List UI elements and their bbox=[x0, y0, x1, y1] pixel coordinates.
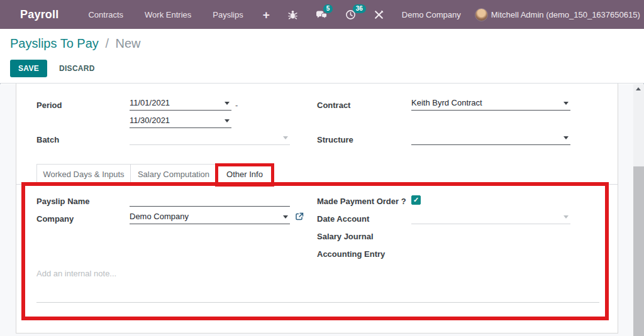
date-account-label: Date Account bbox=[317, 214, 369, 224]
period-label: Period bbox=[36, 100, 62, 110]
payslip-name-input[interactable] bbox=[130, 193, 290, 207]
action-buttons: SAVE DISCARD bbox=[10, 60, 95, 77]
tab-other-info[interactable]: Other Info bbox=[217, 164, 273, 184]
messages-button[interactable]: 5 bbox=[316, 9, 328, 20]
accounting-entry-label: Accounting Entry bbox=[317, 249, 385, 259]
odoo-payroll-window: { "topbar": { "app_name": "Payroll", "me… bbox=[0, 0, 644, 336]
payslip-name-label: Payslip Name bbox=[36, 197, 90, 206]
user-avatar bbox=[475, 8, 488, 21]
discard-button[interactable]: DISCARD bbox=[59, 64, 95, 73]
app-name[interactable]: Payroll bbox=[20, 8, 58, 21]
menu-contracts[interactable]: Contracts bbox=[88, 10, 123, 19]
batch-field-wrap bbox=[130, 131, 290, 145]
made-payment-order-label: Made Payment Order ? bbox=[317, 197, 406, 206]
salary-journal-label: Salary Journal bbox=[317, 232, 374, 241]
contract-field-wrap bbox=[411, 97, 570, 111]
save-button[interactable]: SAVE bbox=[10, 60, 47, 77]
scroll-up-arrow-icon[interactable] bbox=[636, 87, 641, 90]
menu-payslips[interactable]: Payslips bbox=[213, 10, 243, 19]
date-account-input[interactable] bbox=[411, 210, 570, 224]
tab-salary-computation[interactable]: Salary Computation bbox=[131, 164, 217, 184]
debug-button[interactable] bbox=[287, 9, 298, 20]
breadcrumb-separator: / bbox=[105, 36, 109, 50]
company-external-link-button[interactable] bbox=[295, 212, 304, 221]
period-to-field-wrap bbox=[130, 114, 231, 128]
internal-note-input[interactable] bbox=[36, 264, 599, 303]
company-input[interactable] bbox=[130, 210, 290, 224]
user-name: Mitchell Admin (demo_150_1637650615) bbox=[491, 10, 640, 19]
batch-input[interactable] bbox=[130, 131, 290, 145]
messages-badge: 5 bbox=[323, 4, 333, 13]
scrollbar-thumb[interactable] bbox=[633, 166, 644, 336]
top-navbar: Payroll Contracts Work Entries Payslips … bbox=[0, 0, 644, 29]
period-from-input[interactable] bbox=[130, 97, 231, 111]
crossed-tools-icon bbox=[374, 9, 384, 20]
form-view: Period - Batch Contract Structure Worke bbox=[0, 84, 644, 336]
tab-worked-days-inputs[interactable]: Worked Days & Inputs bbox=[36, 164, 131, 184]
breadcrumb: Payslips To Pay / New bbox=[10, 36, 141, 51]
company-label: Company bbox=[36, 214, 74, 224]
plus-icon: + bbox=[263, 9, 270, 21]
external-link-icon bbox=[295, 212, 304, 221]
bug-icon bbox=[287, 9, 298, 20]
period-from-field-wrap bbox=[130, 97, 231, 111]
notebook-tabs: Worked Days & Inputs Salary Computation … bbox=[36, 164, 273, 184]
date-account-field-wrap bbox=[411, 210, 570, 224]
developer-tools-button[interactable] bbox=[374, 9, 384, 20]
vertical-scrollbar[interactable] bbox=[633, 84, 644, 336]
made-payment-order-checkbox[interactable] bbox=[411, 195, 421, 205]
structure-input[interactable] bbox=[411, 131, 570, 145]
payslip-name-field-wrap bbox=[130, 193, 290, 207]
activities-button[interactable]: 36 bbox=[345, 9, 356, 20]
breadcrumb-current: New bbox=[116, 36, 141, 50]
form-sheet: Period - Batch Contract Structure Worke bbox=[16, 84, 618, 333]
company-field-wrap bbox=[130, 210, 290, 224]
company-switcher[interactable]: Demo Company bbox=[402, 10, 461, 19]
navbar-systray: + 5 36 bbox=[254, 8, 640, 21]
contract-label: Contract bbox=[317, 100, 350, 110]
notebook-divider bbox=[16, 184, 618, 185]
activities-badge: 36 bbox=[353, 4, 366, 13]
structure-label: Structure bbox=[317, 135, 353, 144]
structure-field-wrap bbox=[411, 131, 570, 145]
quick-create-button[interactable]: + bbox=[263, 9, 270, 21]
apps-grid-icon[interactable] bbox=[9, 9, 11, 20]
contract-input[interactable] bbox=[411, 97, 570, 111]
breadcrumb-parent[interactable]: Payslips To Pay bbox=[10, 36, 99, 50]
batch-label: Batch bbox=[36, 135, 59, 144]
period-to-input[interactable] bbox=[130, 114, 231, 128]
control-panel: Payslips To Pay / New SAVE DISCARD bbox=[0, 29, 644, 84]
period-range-separator: - bbox=[235, 100, 238, 110]
user-menu[interactable]: Mitchell Admin (demo_150_1637650615) bbox=[475, 8, 640, 21]
menu-work-entries[interactable]: Work Entries bbox=[145, 10, 191, 19]
